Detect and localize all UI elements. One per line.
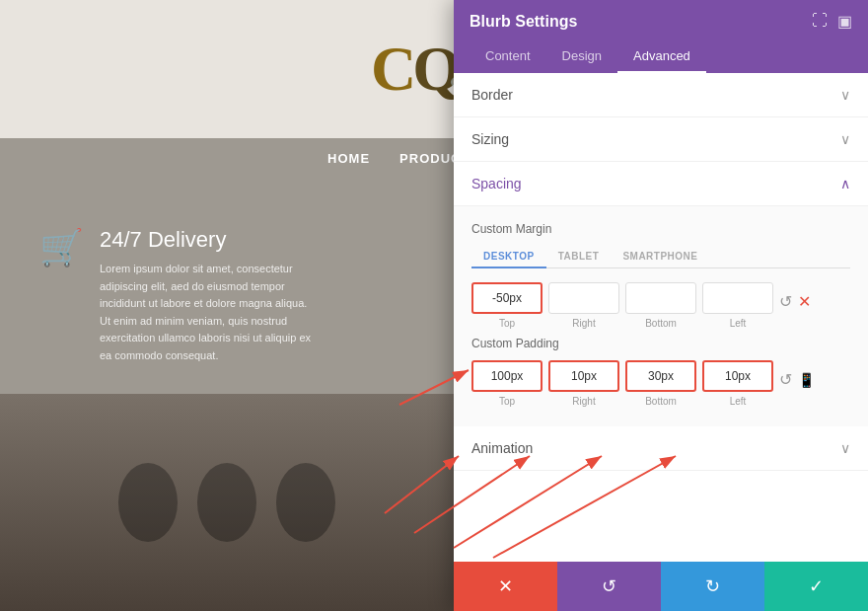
margin-top-label: Top xyxy=(499,318,515,329)
padding-inputs-row: Top Right Bottom Left ↺ xyxy=(471,360,850,407)
vessel-1 xyxy=(118,463,178,542)
bg-logo: CQ xyxy=(371,33,458,106)
split-icon[interactable]: ▣ xyxy=(837,12,852,31)
panel-header: Blurb Settings ⛶ ▣ Content Design Advanc… xyxy=(454,0,868,73)
padding-right-label: Right xyxy=(572,396,595,407)
margin-right-group: Right xyxy=(548,282,619,329)
margin-row-icons: ↺ ✕ xyxy=(779,292,811,329)
redo-icon: ↻ xyxy=(705,575,720,597)
padding-top-group: Top xyxy=(471,360,542,407)
animation-section-header[interactable]: Animation ∨ xyxy=(454,426,868,471)
bg-feature-text: 24/7 Delivery Lorem ipsum dolor sit amet… xyxy=(100,227,316,365)
vessel-2 xyxy=(197,463,256,542)
margin-left-input[interactable] xyxy=(702,282,773,314)
margin-right-input[interactable] xyxy=(548,282,619,314)
cart-icon: 🛒 xyxy=(39,227,84,268)
cancel-icon: ✕ xyxy=(498,575,513,597)
coffee-background xyxy=(0,394,454,611)
cancel-button[interactable]: ✕ xyxy=(454,562,557,611)
margin-bottom-group: Bottom xyxy=(625,282,696,329)
coffee-area xyxy=(0,394,454,611)
margin-top-group: Top xyxy=(471,282,542,329)
margin-reset-icon[interactable]: ↺ xyxy=(779,292,792,311)
feature-description: Lorem ipsum dolor sit amet, consectetur … xyxy=(100,261,316,365)
padding-right-input[interactable] xyxy=(548,360,619,392)
margin-clear-icon[interactable]: ✕ xyxy=(798,292,811,311)
save-icon: ✓ xyxy=(809,575,824,597)
tab-design[interactable]: Design xyxy=(546,40,617,73)
margin-left-label: Left xyxy=(730,318,747,329)
fullscreen-icon[interactable]: ⛶ xyxy=(812,12,828,31)
padding-left-input[interactable] xyxy=(702,360,773,392)
spacing-section-body: Custom Margin DESKTOP TABLET SMARTPHONE … xyxy=(454,206,868,426)
custom-padding-label: Custom Padding xyxy=(471,337,850,350)
sizing-section-header[interactable]: Sizing ∨ xyxy=(454,117,868,162)
spacing-section-title: Spacing xyxy=(471,176,522,191)
margin-bottom-input[interactable] xyxy=(625,282,696,314)
padding-bottom-label: Bottom xyxy=(645,396,677,407)
sizing-section-title: Sizing xyxy=(471,131,509,147)
tab-advanced[interactable]: Advanced xyxy=(617,40,706,73)
padding-right-group: Right xyxy=(548,360,619,407)
padding-section: Custom Padding Top Right Bottom xyxy=(471,337,850,407)
undo-button[interactable]: ↺ xyxy=(557,562,661,611)
padding-left-group: Left xyxy=(702,360,773,407)
padding-reset-icon[interactable]: ↺ xyxy=(779,370,792,389)
border-chevron-icon: ∨ xyxy=(840,87,850,103)
device-tab-desktop[interactable]: DESKTOP xyxy=(471,246,546,268)
device-tabs: DESKTOP TABLET SMARTPHONE xyxy=(471,246,850,268)
coffee-vessels xyxy=(118,463,335,542)
vessel-3 xyxy=(276,463,335,542)
animation-chevron-icon: ∨ xyxy=(840,440,850,456)
bg-feature: 🛒 24/7 Delivery Lorem ipsum dolor sit am… xyxy=(39,227,316,365)
panel-title-row: Blurb Settings ⛶ ▣ xyxy=(470,12,852,31)
spacing-chevron-icon: ∧ xyxy=(840,176,850,191)
undo-icon: ↺ xyxy=(602,575,616,597)
padding-row-icons: ↺ 📱 xyxy=(779,370,815,407)
margin-right-label: Right xyxy=(572,318,595,329)
padding-left-label: Left xyxy=(730,396,747,407)
padding-bottom-input[interactable] xyxy=(625,360,696,392)
margin-left-group: Left xyxy=(702,282,773,329)
border-section-header[interactable]: Border ∨ xyxy=(454,73,868,117)
margin-inputs-row: Top Right Bottom Left ↺ ✕ xyxy=(471,282,850,329)
animation-section-title: Animation xyxy=(471,440,533,456)
border-section-title: Border xyxy=(471,87,513,103)
device-tab-tablet[interactable]: TABLET xyxy=(546,246,612,268)
padding-top-label: Top xyxy=(499,396,515,407)
padding-top-input[interactable] xyxy=(471,360,542,392)
redo-button[interactable]: ↻ xyxy=(661,562,764,611)
settings-panel: Blurb Settings ⛶ ▣ Content Design Advanc… xyxy=(454,0,868,611)
save-button[interactable]: ✓ xyxy=(764,562,868,611)
nav-home: HOME xyxy=(327,151,370,166)
device-tab-smartphone[interactable]: SMARTPHONE xyxy=(611,246,709,268)
tab-content[interactable]: Content xyxy=(470,40,546,73)
panel-body: Border ∨ Sizing ∨ Spacing ∧ Custom Margi… xyxy=(454,73,868,562)
margin-bottom-label: Bottom xyxy=(645,318,677,329)
sizing-chevron-icon: ∨ xyxy=(840,131,850,147)
feature-title: 24/7 Delivery xyxy=(100,227,316,253)
padding-bottom-group: Bottom xyxy=(625,360,696,407)
panel-title: Blurb Settings xyxy=(470,13,577,31)
custom-margin-label: Custom Margin xyxy=(471,222,850,236)
panel-footer: ✕ ↺ ↻ ✓ xyxy=(454,562,868,611)
spacing-section-header[interactable]: Spacing ∧ xyxy=(454,162,868,206)
padding-mobile-icon[interactable]: 📱 xyxy=(798,372,815,388)
margin-top-input[interactable] xyxy=(471,282,542,314)
panel-tabs: Content Design Advanced xyxy=(470,40,852,73)
panel-header-icons: ⛶ ▣ xyxy=(812,12,852,31)
